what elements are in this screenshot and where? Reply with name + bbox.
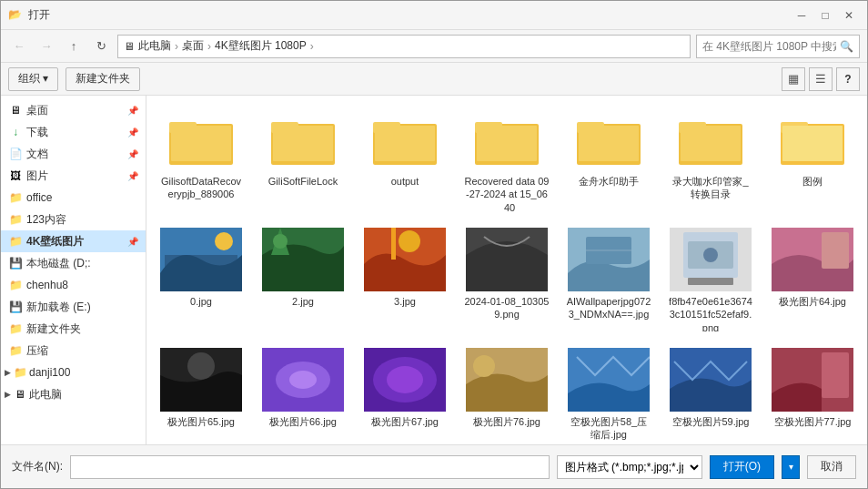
cancel-button[interactable]: 取消 [807,455,856,479]
danji100-chevron: ▶ [5,368,11,377]
toolbar-right: ▦ ☰ ? [782,67,860,91]
sidebar-group-this-pc[interactable]: ▶ 🖥 此电脑 [1,383,146,405]
file-name-jiguang66: 极光图片66.jpg [269,415,337,428]
maximize-button[interactable]: □ [814,5,836,26]
open-button-label: 打开(O) [723,459,761,474]
danji100-folder-icon: 📁 [13,365,27,380]
new-folder-button[interactable]: 新建文件夹 [66,67,140,91]
svg-rect-2 [171,126,231,161]
address-bar: ← → ↑ ↻ 🖥 此电脑 › 桌面 › 4K壁纸图片 1080P › 🔍 [1,30,867,63]
file-name-tuli: 图例 [802,175,823,188]
file-item-img2024[interactable]: 2024-01-08_103059.png [459,223,554,336]
up-button[interactable]: ↑ [63,36,85,57]
file-thumb-f8fb47e [670,228,752,291]
help-button[interactable]: ? [836,67,860,91]
file-item-kongjiguang58[interactable]: 空极光图片58_压缩后.jpg [561,343,656,444]
file-item-img3[interactable]: 3.jpg [358,223,452,336]
list-view-button[interactable]: ☰ [809,67,833,91]
sidebar-item-usb-e[interactable]: 💾 新加载卷 (E:) [1,296,146,318]
svg-rect-14 [579,126,639,161]
organize-button[interactable]: 组织 ▾ [8,67,58,91]
file-item-kongjiguang59[interactable]: 空极光图片59.jpg [663,343,758,444]
file-thumb-kongjiguang58 [568,348,650,412]
pin-icon-pictures: 📌 [127,171,138,181]
search-input[interactable] [702,40,836,53]
pictures-icon: 🖼 [8,168,23,183]
file-thumb-jiguang67 [364,348,446,412]
sidebar-label-danji100: danji100 [29,366,70,379]
sidebar-item-documents[interactable]: 📄 文档 📌 [1,143,146,165]
file-name-jiguang76: 极光图片76.jpg [473,415,540,428]
sidebar-item-download[interactable]: ↓ 下载 📌 [1,121,146,143]
close-button[interactable]: ✕ [838,5,860,26]
sidebar-label-wallpaper: 4K壁纸图片 [26,234,84,250]
svg-point-42 [187,352,215,380]
sidebar-item-wallpaper[interactable]: 📁 4K壁纸图片 📌 [1,230,146,252]
file-item-output[interactable]: output [358,103,452,216]
grid-view-button[interactable]: ▦ [782,67,805,91]
file-area: GilisoftDataRecoverypjb_889006 GiliSoftF… [146,96,867,444]
sidebar-item-chenhu8[interactable]: 📁 chenhu8 [1,274,146,296]
file-thumb-gilisoft-lock [262,107,344,171]
svg-point-50 [473,355,495,377]
file-thumb-jiguang76 [466,348,548,412]
pin-icon-documents: 📌 [127,149,138,159]
title-bar: 📂 打开 ─ □ ✕ [1,1,867,30]
file-name-output: output [391,175,419,188]
filename-input[interactable] [70,455,550,479]
file-item-jiguang66[interactable]: 极光图片66.jpg [256,343,350,444]
sidebar-label-documents: 文档 [26,147,48,162]
documents-icon: 📄 [8,147,23,161]
sidebar-item-pictures[interactable]: 🖼 图片 📌 [1,165,146,187]
filetype-select[interactable]: 图片格式 (*.bmp;*.jpg;*.jpeg; [557,455,702,479]
sidebar-group-danji100[interactable]: ▶ 📁 danji100 [1,362,146,383]
file-item-img0[interactable]: 0.jpg [154,223,248,336]
toolbar-left: 组织 ▾ 新建文件夹 [8,67,140,91]
file-item-tuli[interactable]: 图例 [765,103,860,216]
sidebar-item-new-folder[interactable]: 📁 新建文件夹 [1,318,146,340]
file-item-jinshu[interactable]: 金舟水印助手 [561,103,656,216]
sidebar-label-new-folder: 新建文件夹 [26,321,81,337]
pin-icon-download: 📌 [127,127,138,138]
file-item-gilisoft-lock[interactable]: GiliSoftFileLock [256,103,350,216]
file-name-gilisoft-lock: GiliSoftFileLock [268,175,338,188]
file-item-kongjiguang77[interactable]: 空极光图片77.jpg [765,343,860,444]
path-part-1: 此电脑 [138,38,171,54]
file-thumb-img3 [364,228,446,291]
file-item-gilisoft-recovery[interactable]: GilisoftDataRecoverypjb_889006 [154,103,248,216]
file-item-jiguang65[interactable]: 极光图片65.jpg [154,343,248,444]
file-item-jiguang64[interactable]: 极光图片64.jpg [765,223,860,336]
search-box[interactable]: 🔍 [696,35,860,58]
file-name-f8fb47e: f8fb47e0e61e36743c10151fc52efaf9.png [668,295,753,331]
file-name-jiguang65: 极光图片65.jpg [167,415,235,428]
open-dropdown-button[interactable]: ▾ [782,455,800,479]
sidebar-item-office[interactable]: 📁 office [1,187,146,209]
download-icon: ↓ [8,125,23,139]
file-item-recovered-data[interactable]: Recovered data 09-27-2024 at 15_06_40 [459,103,554,216]
sidebar-item-123content[interactable]: 📁 123内容 [1,209,146,230]
file-name-img0: 0.jpg [190,295,212,308]
file-item-jiguang76[interactable]: 极光图片76.jpg [459,343,554,444]
file-thumb-luding [670,107,752,171]
sidebar-item-compress[interactable]: 📁 压缩 [1,340,146,362]
file-item-jiguang67[interactable]: 极光图片67.jpg [358,343,452,444]
file-item-img2[interactable]: 2.jpg [256,223,350,336]
forward-button[interactable]: → [35,36,57,57]
refresh-button[interactable]: ↻ [90,36,112,57]
sidebar-item-local-disk[interactable]: 💾 本地磁盘 (D;: [1,252,146,274]
back-button[interactable]: ← [8,36,30,57]
minimize-button[interactable]: ─ [791,5,812,26]
open-button[interactable]: 打开(O) [710,455,774,479]
svg-point-23 [215,232,233,250]
file-item-luding[interactable]: 录大咖水印管家_转换目录 [663,103,758,216]
sidebar-item-desktop[interactable]: 🖥 桌面 📌 [1,99,146,121]
chenhu8-folder-icon: 📁 [8,278,23,292]
file-thumb-img2 [262,228,344,291]
address-path[interactable]: 🖥 此电脑 › 桌面 › 4K壁纸图片 1080P › [117,35,691,58]
file-name-aiwallpaper: AIWallpaperjpg0723_NDMxNA==.jpg [566,295,651,321]
svg-rect-27 [391,228,396,260]
sidebar-label-desktop: 桌面 [26,103,48,118]
file-item-aiwallpaper[interactable]: AIWallpaperjpg0723_NDMxNA==.jpg [561,223,656,336]
sidebar-label-pictures: 图片 [26,168,48,184]
file-item-f8fb47e[interactable]: f8fb47e0e61e36743c10151fc52efaf9.png [663,223,758,336]
